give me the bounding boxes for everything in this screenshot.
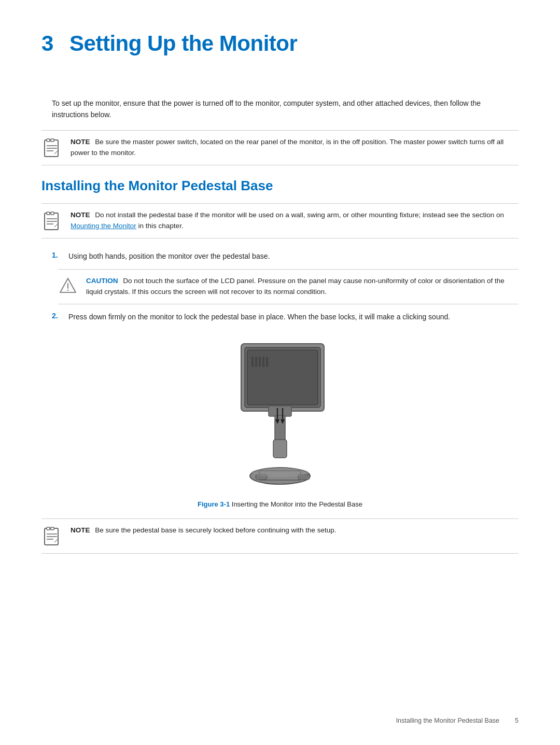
figure-caption: Figure 3-1 Inserting the Monitor into th… — [198, 500, 362, 508]
note-block-1: NOTE Be sure the master power switch, lo… — [41, 130, 519, 165]
footer-section: Installing the Monitor Pedestal Base — [396, 717, 499, 724]
svg-line-15 — [54, 226, 55, 227]
footer-page-number: 5 — [515, 717, 519, 724]
svg-rect-23 — [255, 357, 257, 367]
figure-caption-label: Figure 3-1 — [198, 500, 230, 508]
notepad-icon-2 — [42, 212, 62, 231]
caution-label: CAUTION — [86, 277, 118, 285]
figure-caption-text: Inserting the Monitor into the Pedestal … — [232, 500, 362, 508]
note-label-1: NOTE — [71, 138, 90, 146]
caution-text: CAUTION Do not touch the surface of the … — [86, 276, 519, 298]
svg-point-18 — [67, 290, 69, 291]
footer-text: Installing the Monitor Pedestal Base 5 — [396, 717, 519, 724]
svg-rect-24 — [259, 357, 261, 367]
section-heading: Installing the Monitor Pedestal Base — [41, 178, 519, 194]
svg-rect-40 — [47, 527, 50, 530]
svg-rect-26 — [266, 357, 268, 367]
note-icon-3 — [41, 526, 62, 547]
caution-icon — [58, 276, 78, 294]
note-block-2: NOTE Do not install the pedestal base if… — [41, 203, 519, 238]
page-container: 3 Setting Up the Monitor To set up the m… — [0, 0, 560, 745]
note-text-1: NOTE Be sure the master power switch, lo… — [71, 137, 519, 159]
svg-rect-9 — [47, 212, 50, 215]
step-1: 1. Using both hands, position the monito… — [41, 251, 519, 262]
note-content-1: Be sure the master power switch, located… — [71, 138, 503, 157]
intro-paragraph: To set up the monitor, ensure that the p… — [41, 97, 519, 121]
svg-rect-2 — [51, 139, 54, 142]
step-1-number: 1. — [52, 251, 62, 262]
note-icon-1 — [41, 138, 62, 159]
svg-point-38 — [251, 468, 309, 477]
svg-rect-25 — [262, 357, 264, 367]
step-2: 2. Press down firmly on the monitor to l… — [41, 312, 519, 323]
mounting-link[interactable]: Mounting the Monitor — [71, 222, 136, 230]
step-1-text: Using both hands, position the monitor o… — [68, 251, 270, 262]
step-2-text: Press down firmly on the monitor to lock… — [68, 312, 450, 323]
figure-container: Figure 3-1 Inserting the Monitor into th… — [41, 339, 519, 508]
note-block-3: NOTE Be sure the pedestal base is secure… — [41, 518, 519, 554]
svg-rect-27 — [269, 406, 291, 416]
svg-line-7 — [54, 153, 55, 154]
svg-rect-33 — [273, 440, 287, 458]
svg-line-45 — [55, 539, 58, 541]
notepad-icon-1 — [42, 138, 62, 158]
monitor-illustration — [213, 339, 347, 494]
note-label-3: NOTE — [71, 526, 90, 534]
note-text-2: NOTE Do not install the pedestal base if… — [71, 210, 519, 232]
caution-content: Do not touch the surface of the LCD pane… — [86, 277, 505, 296]
note-label-2: NOTE — [71, 211, 90, 219]
svg-line-46 — [54, 541, 55, 542]
chapter-title: 3 Setting Up the Monitor — [41, 31, 519, 56]
note-text-3: NOTE Be sure the pedestal base is secure… — [71, 525, 337, 536]
svg-rect-41 — [51, 527, 54, 530]
chapter-number: 3 — [41, 31, 53, 55]
footer: Installing the Monitor Pedestal Base 5 — [41, 717, 519, 724]
step-2-number: 2. — [52, 312, 62, 323]
chapter-title-text: Setting Up the Monitor — [69, 31, 297, 55]
svg-rect-21 — [247, 350, 318, 405]
svg-rect-1 — [47, 139, 50, 142]
note-content-2b: in this chapter. — [136, 222, 184, 230]
svg-rect-22 — [251, 357, 254, 367]
triangle-warning-icon — [59, 277, 77, 294]
svg-rect-28 — [275, 415, 285, 441]
caution-block: CAUTION Do not touch the surface of the … — [58, 269, 519, 304]
note-content-2a: Do not install the pedestal base if the … — [95, 211, 504, 219]
note-content-3: Be sure the pedestal base is securely lo… — [95, 526, 336, 534]
note-icon-2 — [41, 211, 62, 232]
svg-rect-10 — [51, 212, 54, 215]
svg-line-6 — [55, 151, 58, 153]
notepad-icon-3 — [42, 527, 62, 546]
svg-line-14 — [55, 224, 58, 226]
